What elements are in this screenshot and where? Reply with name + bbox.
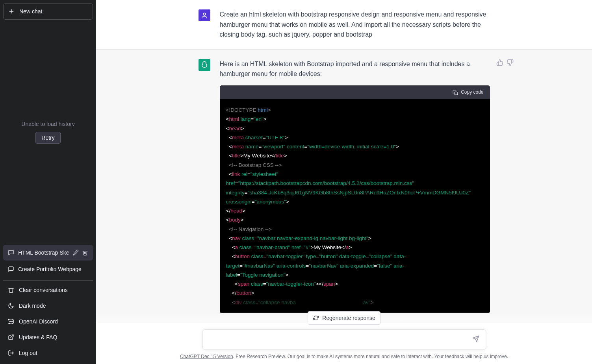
sidebar: New chat Unable to load history Retry HT…	[0, 0, 96, 364]
thumbs-down-icon[interactable]	[507, 59, 514, 68]
svg-point-4	[203, 13, 206, 15]
clipboard-icon	[452, 89, 458, 96]
assistant-avatar	[199, 59, 210, 71]
logout-icon	[8, 350, 14, 356]
footer-note: ChatGPT Dec 15 Version. Free Research Pr…	[180, 354, 508, 359]
conversation-list: HTML Bootstrap Skelet Create Portfolio W…	[3, 245, 93, 277]
regenerate-button[interactable]: Regenerate response	[308, 311, 380, 325]
external-link-icon	[8, 334, 14, 340]
history-area: Unable to load history Retry	[3, 20, 93, 245]
trash-icon	[8, 287, 14, 293]
send-button[interactable]	[471, 334, 481, 346]
refresh-icon	[313, 315, 319, 321]
user-message-text: Create an html skeleton with bootstrap r…	[220, 9, 490, 40]
edit-icon[interactable]	[72, 249, 79, 256]
trash-icon[interactable]	[82, 249, 88, 256]
bottom-bar: Regenerate response ChatGPT Dec 15 Versi…	[96, 311, 592, 364]
chat-icon	[8, 266, 14, 272]
thumbs-up-icon[interactable]	[496, 59, 503, 68]
main-area: Create an html skeleton with bootstrap r…	[96, 0, 592, 364]
clear-conversations[interactable]: Clear conversations	[3, 282, 93, 298]
dark-mode-toggle[interactable]: Dark mode	[3, 298, 93, 314]
conversation-label: HTML Bootstrap Skelet	[18, 249, 69, 256]
retry-button[interactable]: Retry	[35, 132, 60, 144]
feedback-buttons	[496, 59, 514, 68]
version-link[interactable]: ChatGPT Dec 15 Version	[180, 354, 233, 359]
discord-link[interactable]: OpenAI Discord	[3, 314, 93, 329]
user-message-row: Create an html skeleton with bootstrap r…	[96, 0, 592, 49]
conversation-item-active[interactable]: HTML Bootstrap Skelet	[3, 245, 93, 261]
copy-code-button[interactable]: Copy code	[220, 85, 490, 99]
moon-icon	[8, 303, 14, 309]
new-chat-label: New chat	[19, 8, 42, 15]
sidebar-footer: Clear conversations Dark mode OpenAI Dis…	[3, 280, 93, 361]
assistant-message-content: Here is an HTML skeleton with Bootstrap …	[220, 59, 490, 313]
input-container	[202, 329, 486, 350]
assistant-message-row: Here is an HTML skeleton with Bootstrap …	[96, 49, 592, 323]
svg-rect-5	[455, 92, 458, 95]
chat-icon	[8, 249, 14, 256]
history-error-text: Unable to load history	[21, 121, 74, 127]
updates-link[interactable]: Updates & FAQ	[3, 329, 93, 345]
code-block: Copy code <!DOCTYPE html> <html lang="en…	[220, 85, 490, 313]
logout-button[interactable]: Log out	[3, 345, 93, 361]
plus-icon	[8, 8, 15, 15]
svg-line-2	[11, 335, 13, 338]
new-chat-button[interactable]: New chat	[3, 3, 93, 20]
user-avatar	[199, 9, 210, 21]
chat-scroll[interactable]: Create an html skeleton with bootstrap r…	[96, 0, 592, 364]
conversation-item[interactable]: Create Portfolio Webpage	[3, 261, 93, 277]
message-input[interactable]	[208, 335, 471, 344]
assistant-intro-text: Here is an HTML skeleton with Bootstrap …	[220, 59, 490, 79]
code-body[interactable]: <!DOCTYPE html> <html lang="en"> <head> …	[220, 99, 490, 313]
discord-icon	[8, 318, 14, 325]
conversation-label: Create Portfolio Webpage	[18, 266, 88, 272]
